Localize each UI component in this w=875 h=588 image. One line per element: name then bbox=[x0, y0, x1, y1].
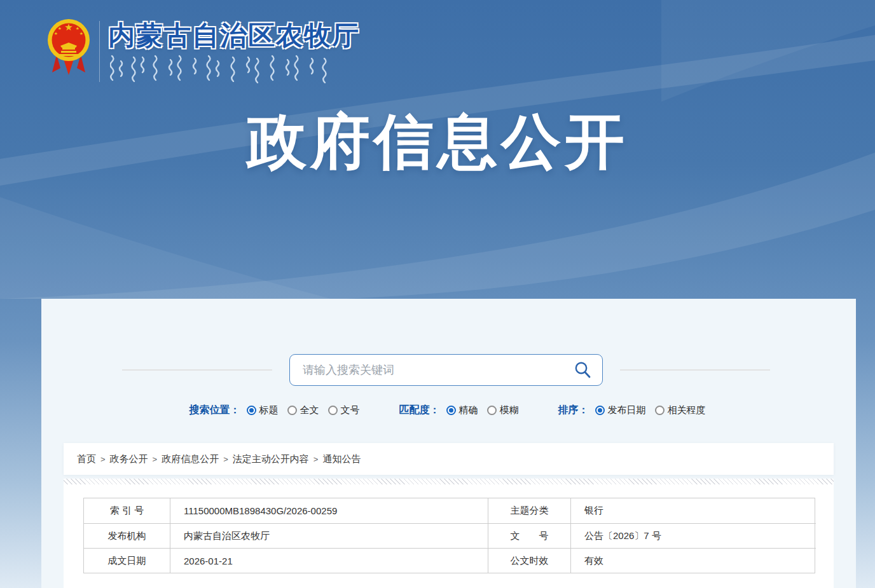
doc-publisher-value: 内蒙古自治区农牧厅 bbox=[170, 523, 488, 548]
svg-text:★: ★ bbox=[54, 31, 58, 36]
radio-icon[interactable] bbox=[487, 406, 497, 415]
doc-index-label: 索 引 号 bbox=[84, 498, 170, 523]
search-row bbox=[122, 353, 770, 387]
radio-icon[interactable] bbox=[655, 406, 665, 415]
hatched-divider bbox=[64, 479, 834, 484]
radio-option-docnumber[interactable]: 文号 bbox=[328, 404, 360, 416]
radio-option-title[interactable]: 标题 bbox=[247, 404, 279, 416]
radio-option-fulltext[interactable]: 全文 bbox=[287, 404, 319, 416]
search-scope-label: 搜索位置： bbox=[189, 404, 240, 417]
breadcrumb-current-notices: 通知公告 bbox=[322, 453, 361, 465]
search-input[interactable] bbox=[301, 363, 572, 378]
doc-publisher-label: 发布机构 bbox=[84, 523, 170, 548]
radio-icon[interactable] bbox=[247, 406, 256, 415]
match-degree-group: 匹配度： 精确 模糊 bbox=[399, 404, 521, 417]
doc-index-value: 11150000MB1898430G/2026-00259 bbox=[170, 498, 488, 523]
search-scope-group: 搜索位置： 标题 全文 文号 bbox=[189, 404, 362, 417]
breadcrumb-zhengwu[interactable]: 政务公开 bbox=[110, 453, 148, 465]
doc-number-value: 公告〔2026〕7 号 bbox=[570, 523, 816, 548]
radio-option-fuzzy[interactable]: 模糊 bbox=[487, 404, 519, 416]
radio-icon[interactable] bbox=[595, 406, 605, 415]
search-box[interactable] bbox=[289, 354, 603, 386]
search-right-divider bbox=[620, 369, 770, 371]
national-emblem-icon: ★ ★ ★ ★ ★ bbox=[46, 17, 91, 78]
svg-text:★: ★ bbox=[76, 26, 79, 31]
breadcrumb-gov-info[interactable]: 政府信息公开 bbox=[162, 453, 219, 465]
breadcrumb-statutory-disclosure[interactable]: 法定主动公开内容 bbox=[233, 453, 309, 465]
mongolian-script bbox=[110, 55, 339, 84]
doc-topic-value: 银行 bbox=[570, 498, 816, 523]
doc-topic-label: 主题分类 bbox=[488, 498, 570, 523]
radio-option-exact[interactable]: 精确 bbox=[446, 404, 478, 416]
match-degree-label: 匹配度： bbox=[399, 404, 440, 417]
page-title: 政府信息公开 bbox=[0, 102, 875, 182]
radio-icon[interactable] bbox=[446, 406, 456, 415]
logo-divider bbox=[99, 21, 100, 82]
doc-date-label: 成文日期 bbox=[84, 548, 170, 573]
breadcrumb-home[interactable]: 首页 bbox=[77, 453, 96, 465]
search-icon bbox=[573, 360, 592, 379]
doc-number-label: 文 号 bbox=[488, 523, 570, 548]
radio-option-publish-date[interactable]: 发布日期 bbox=[595, 404, 646, 416]
radio-icon[interactable] bbox=[328, 406, 338, 415]
svg-text:★: ★ bbox=[79, 31, 83, 36]
search-left-divider bbox=[122, 369, 272, 371]
breadcrumb-separator: > bbox=[153, 455, 158, 464]
svg-text:★: ★ bbox=[58, 26, 62, 31]
radio-option-relevance[interactable]: 相关程度 bbox=[655, 404, 706, 416]
radio-icon[interactable] bbox=[287, 406, 297, 415]
agency-name: 内蒙古自治区农牧厅 bbox=[108, 18, 360, 53]
doc-validity-label: 公文时效 bbox=[488, 548, 570, 573]
svg-text:★: ★ bbox=[64, 22, 72, 32]
doc-date-value: 2026-01-21 bbox=[170, 548, 488, 573]
breadcrumb-panel: 首页 > 政务公开 > 政府信息公开 > 法定主动公开内容 > 通知公告 bbox=[64, 443, 834, 475]
document-info-table: 索 引 号 11150000MB1898430G/2026-00259 主题分类… bbox=[83, 498, 815, 573]
sort-group: 排序： 发布日期 相关程度 bbox=[558, 404, 708, 417]
sort-label: 排序： bbox=[558, 404, 589, 417]
breadcrumb-separator: > bbox=[223, 455, 228, 464]
doc-validity-value: 有效 bbox=[570, 548, 816, 573]
search-options: 搜索位置： 标题 全文 文号 匹配度： 精确 模糊 排序： 发布日期 bbox=[41, 402, 856, 418]
breadcrumb-separator: > bbox=[313, 455, 319, 464]
page-header: ★ ★ ★ ★ ★ 内蒙古自治区农牧厅 政府信息公开 bbox=[0, 0, 875, 299]
search-button[interactable] bbox=[572, 359, 593, 381]
breadcrumb-separator: > bbox=[100, 455, 106, 464]
breadcrumb: 首页 > 政务公开 > 政府信息公开 > 法定主动公开内容 > 通知公告 bbox=[77, 453, 361, 465]
